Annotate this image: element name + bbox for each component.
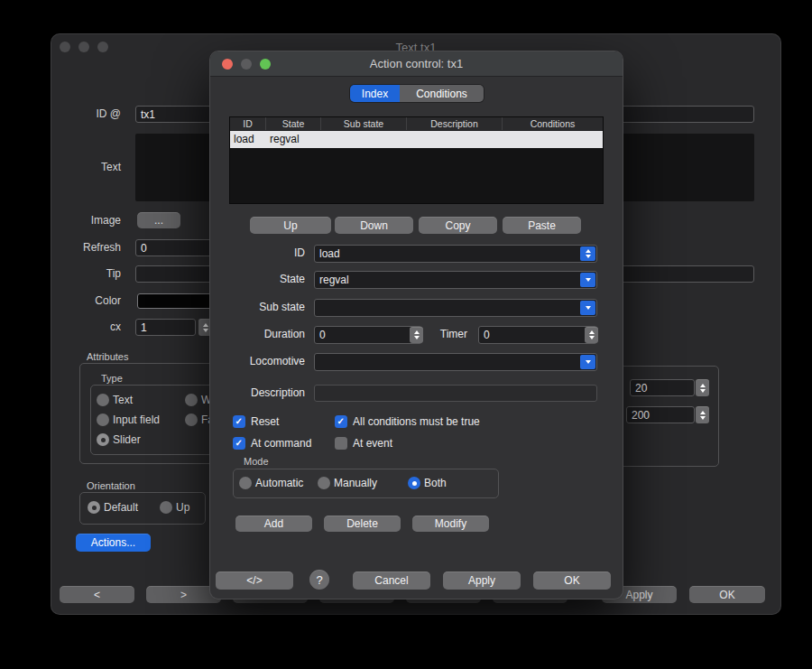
- duration-value: 0: [319, 329, 326, 341]
- apply-button[interactable]: Apply: [443, 571, 521, 590]
- type-slider-radio[interactable]: [97, 433, 109, 446]
- right-field-2-stepper[interactable]: [696, 406, 709, 423]
- right-field-1[interactable]: 20: [630, 379, 695, 396]
- refresh-value: 0: [141, 242, 147, 255]
- zoom-icon[interactable]: [260, 59, 271, 70]
- col-state: State: [266, 117, 321, 130]
- bg-ok-button[interactable]: OK: [689, 586, 765, 603]
- right-field-2-value: 200: [632, 409, 650, 422]
- col-conditions: Conditions: [503, 117, 603, 130]
- add-button[interactable]: Add: [235, 516, 312, 532]
- prev-button[interactable]: <: [60, 586, 134, 603]
- state-combo-value: regval: [319, 274, 349, 286]
- col-substate: Sub state: [321, 117, 407, 130]
- reset-checkbox[interactable]: [233, 415, 245, 428]
- step-down-icon: [203, 329, 208, 332]
- at-command-label: At command: [251, 435, 311, 452]
- tab-index[interactable]: Index: [350, 85, 400, 102]
- row-description-cell: [407, 131, 503, 148]
- dropdown-arrow-icon[interactable]: [580, 273, 595, 287]
- delete-button[interactable]: Delete: [324, 516, 401, 532]
- id-combo[interactable]: load: [314, 245, 597, 263]
- orientation-up-label: Up: [176, 499, 189, 516]
- actions-table: ID State Sub state Description Condition…: [230, 117, 603, 203]
- orientation-default-radio[interactable]: [88, 501, 100, 514]
- mode-both-radio[interactable]: [408, 477, 420, 489]
- id-label: ID @: [51, 106, 121, 123]
- type-w-radio[interactable]: [185, 394, 198, 406]
- table-row[interactable]: load regval: [230, 131, 603, 148]
- tip-label: Tip: [51, 265, 121, 283]
- copy-button[interactable]: Copy: [419, 217, 497, 234]
- right-field-2[interactable]: 200: [626, 406, 695, 423]
- dialog-titlebar[interactable]: Action control: tx1: [210, 51, 623, 77]
- state-combo[interactable]: regval: [314, 271, 597, 289]
- type-group-label: Type: [101, 373, 123, 384]
- close-icon[interactable]: [60, 42, 70, 52]
- cx-value: 1: [141, 321, 147, 334]
- type-text-radio[interactable]: [97, 394, 109, 406]
- arrow-down-icon: [586, 360, 591, 364]
- type-text-label: Text: [113, 392, 133, 409]
- arrow-down-icon: [586, 255, 591, 258]
- tab-conditions[interactable]: Conditions: [400, 85, 484, 102]
- xml-code-button[interactable]: </>: [216, 571, 293, 590]
- up-button[interactable]: Up: [250, 217, 331, 234]
- type-input-field-label: Input field: [113, 412, 160, 429]
- timer-field[interactable]: 0: [478, 326, 597, 344]
- action-control-dialog: Action control: tx1 Index Conditions ID …: [210, 51, 623, 599]
- substate-combo[interactable]: [314, 299, 597, 317]
- type-input-field-radio[interactable]: [97, 413, 109, 426]
- form-substate-label: Sub state: [233, 299, 305, 316]
- image-browse-button[interactable]: ...: [137, 212, 180, 228]
- arrow-down-icon: [586, 278, 591, 282]
- col-id: ID: [230, 117, 266, 130]
- all-conditions-checkbox[interactable]: [335, 415, 347, 428]
- help-button[interactable]: ?: [309, 570, 329, 590]
- description-field[interactable]: [314, 385, 597, 402]
- down-button[interactable]: Down: [335, 217, 413, 234]
- mode-automatic-radio[interactable]: [239, 477, 252, 489]
- dropdown-arrow-icon[interactable]: [580, 355, 595, 369]
- mode-automatic-label: Automatic: [255, 475, 303, 492]
- modify-button[interactable]: Modify: [412, 516, 489, 532]
- dropdown-arrow-icon[interactable]: [580, 301, 595, 315]
- at-event-checkbox[interactable]: [335, 437, 347, 450]
- form-id-label: ID: [233, 245, 305, 262]
- arrow-down-icon: [586, 306, 591, 310]
- arrow-up-icon: [586, 249, 591, 253]
- id-value: tx1: [141, 108, 155, 121]
- row-id-cell: load: [230, 131, 266, 148]
- table-header: ID State Sub state Description Condition…: [230, 117, 603, 131]
- dialog-title: Action control: tx1: [370, 57, 463, 70]
- form-locomotive-label: Locomotive: [233, 353, 305, 370]
- locomotive-combo[interactable]: [314, 353, 597, 371]
- right-field-1-stepper[interactable]: [696, 379, 709, 396]
- close-icon[interactable]: [222, 59, 233, 70]
- minimize-icon[interactable]: [78, 42, 89, 52]
- at-command-checkbox[interactable]: [233, 437, 245, 450]
- ok-button[interactable]: OK: [533, 571, 611, 590]
- mode-manually-radio[interactable]: [318, 477, 330, 489]
- timer-stepper[interactable]: [585, 327, 598, 343]
- duration-field[interactable]: 0: [314, 326, 422, 344]
- mode-both-label: Both: [424, 475, 447, 492]
- step-up-icon: [589, 330, 595, 334]
- minimize-icon[interactable]: [241, 59, 252, 70]
- orientation-up-radio[interactable]: [160, 501, 172, 514]
- actions-button[interactable]: Actions...: [76, 534, 151, 552]
- type-fa-radio[interactable]: [185, 413, 198, 426]
- at-event-label: At event: [353, 435, 392, 452]
- right-field-1-value: 20: [635, 382, 647, 395]
- row-state-cell: regval: [266, 131, 321, 148]
- orientation-group-label: Orientation: [87, 480, 135, 491]
- form-duration-label: Duration: [233, 326, 305, 343]
- row-substate-cell: [321, 131, 407, 148]
- cancel-button[interactable]: Cancel: [353, 571, 430, 590]
- reset-label: Reset: [251, 413, 279, 431]
- cx-field[interactable]: 1: [135, 319, 196, 336]
- zoom-icon[interactable]: [97, 42, 108, 52]
- paste-button[interactable]: Paste: [503, 217, 581, 234]
- combo-arrows-icon[interactable]: [580, 246, 595, 261]
- step-down-icon: [700, 389, 706, 393]
